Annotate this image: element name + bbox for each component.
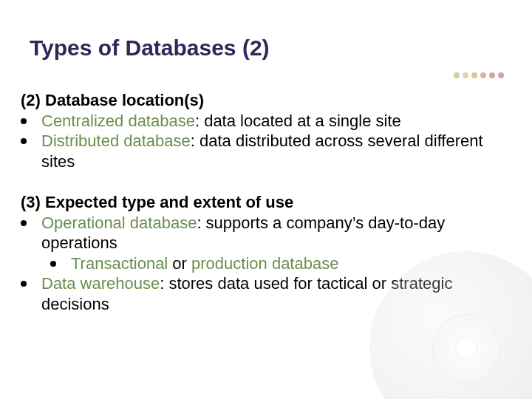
dot-icon xyxy=(480,72,486,78)
dot-icon xyxy=(489,72,495,78)
cd-decoration xyxy=(369,251,532,399)
section-heading: (3) Expected type and extent of use xyxy=(21,192,508,213)
bullet-icon xyxy=(21,138,27,144)
definition: : data located at a single site xyxy=(195,112,401,130)
bullet-text: Operational database: supports a company… xyxy=(41,213,508,253)
dot-icon xyxy=(454,72,460,78)
slide-title: Types of Databases (2) xyxy=(30,35,270,61)
bullet-icon xyxy=(21,281,27,287)
bullet-item: Centralized database: data located at a … xyxy=(21,111,508,132)
cd-hole-icon xyxy=(455,337,477,359)
slide: Types of Databases (2) (2) Database loca… xyxy=(0,0,532,399)
spacer xyxy=(21,171,508,192)
bullet-icon xyxy=(50,261,56,267)
section-heading: (2) Database location(s) xyxy=(21,90,508,111)
bullet-icon xyxy=(21,118,27,124)
term: Data warehouse xyxy=(41,274,160,293)
text: or xyxy=(168,254,191,273)
term: Centralized database xyxy=(41,112,195,130)
term: Operational database xyxy=(41,214,197,232)
dot-icon xyxy=(498,72,504,78)
bullet-text: Distributed database: data distributed a… xyxy=(41,131,508,171)
dot-icon xyxy=(463,72,468,78)
term: production database xyxy=(191,254,338,273)
accent-dots xyxy=(454,72,504,78)
term: Transactional xyxy=(71,254,168,273)
term: Distributed database xyxy=(41,132,191,150)
bullet-text: Centralized database: data located at a … xyxy=(41,111,508,132)
bullet-icon xyxy=(21,220,27,226)
bullet-item: Distributed database: data distributed a… xyxy=(21,131,508,171)
cd-outer-icon xyxy=(369,251,532,399)
dot-icon xyxy=(471,72,477,78)
bullet-item: Operational database: supports a company… xyxy=(21,213,508,253)
